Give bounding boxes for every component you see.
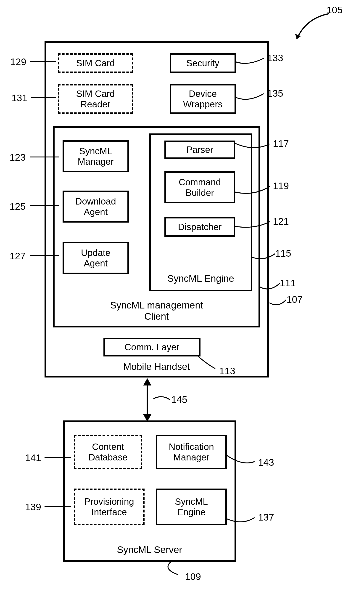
command-builder-label: Command Builder xyxy=(179,177,221,198)
ref-125: 125 xyxy=(10,201,26,212)
server-syncml-engine: SyncML Engine xyxy=(156,489,227,525)
ref-113: 113 xyxy=(219,366,235,377)
parser-label: Parser xyxy=(186,144,213,155)
ref-121: 121 xyxy=(273,216,289,227)
svg-marker-2 xyxy=(143,378,151,385)
syncml-server-caption: SyncML Server xyxy=(65,544,234,555)
bidirectional-connector-icon xyxy=(140,378,154,422)
parser: Parser xyxy=(164,140,235,159)
sim-reader-label: SIM Card Reader xyxy=(76,88,115,109)
dispatcher-label: Dispatcher xyxy=(178,222,221,232)
syncml-client-caption: SyncML management Client xyxy=(55,300,259,322)
ref-131: 131 xyxy=(11,93,27,104)
update-agent: Update Agent xyxy=(63,242,129,274)
notif-mgr-label: Notification Manager xyxy=(169,441,214,463)
dispatcher: Dispatcher xyxy=(164,217,235,237)
ref-129: 129 xyxy=(10,56,26,67)
ref-117: 117 xyxy=(273,138,289,149)
provisioning-interface: Provisioning Interface xyxy=(74,489,144,525)
sim-card-label: SIM Card xyxy=(76,58,115,68)
security: Security xyxy=(170,53,236,73)
syncml-manager: SyncML Manager xyxy=(63,140,129,172)
ref-145: 145 xyxy=(171,394,187,405)
update-agent-label: Update Agent xyxy=(81,247,110,268)
content-database: Content Database xyxy=(74,435,142,469)
download-agent: Download Agent xyxy=(63,191,129,223)
syncml-management-client: SyncML Manager Download Agent Update Age… xyxy=(53,126,260,327)
ref-115: 115 xyxy=(275,248,291,259)
wrappers-label: Device Wrappers xyxy=(183,88,223,109)
syncml-server: Content Database Notification Manager Pr… xyxy=(63,420,236,562)
ref-105: 105 xyxy=(326,5,343,15)
ref-139: 139 xyxy=(25,502,41,512)
sim-card-reader: SIM Card Reader xyxy=(58,84,133,114)
ref-137: 137 xyxy=(258,512,274,523)
security-label: Security xyxy=(186,58,220,68)
prov-if-label: Provisioning Interface xyxy=(84,496,134,517)
ref-141: 141 xyxy=(25,452,41,464)
ref-111: 111 xyxy=(280,278,296,289)
ref-127: 127 xyxy=(10,251,26,262)
syncml-manager-label: SyncML Manager xyxy=(78,146,114,167)
ref-135: 135 xyxy=(267,88,283,99)
ref-133: 133 xyxy=(267,53,283,64)
command-builder: Command Builder xyxy=(164,171,235,203)
svg-marker-0 xyxy=(295,34,301,39)
syncml-engine-caption: SyncML Engine xyxy=(151,273,251,284)
ref-123: 123 xyxy=(10,152,26,163)
ref-109: 109 xyxy=(185,571,201,582)
ref-107: 107 xyxy=(286,294,303,305)
server-engine-label: SyncML Engine xyxy=(175,496,208,517)
syncml-engine: Parser Command Builder Dispatcher SyncML… xyxy=(149,133,252,291)
notification-manager: Notification Manager xyxy=(156,435,227,469)
comm-layer: Comm. Layer xyxy=(104,338,201,357)
download-agent-label: Download Agent xyxy=(75,196,116,217)
content-db-label: Content Database xyxy=(88,441,127,463)
sim-card: SIM Card xyxy=(58,53,133,73)
ref-119: 119 xyxy=(273,180,289,192)
ref-143: 143 xyxy=(258,457,274,468)
device-wrappers: Device Wrappers xyxy=(170,84,236,114)
comm-layer-label: Comm. Layer xyxy=(124,342,179,352)
